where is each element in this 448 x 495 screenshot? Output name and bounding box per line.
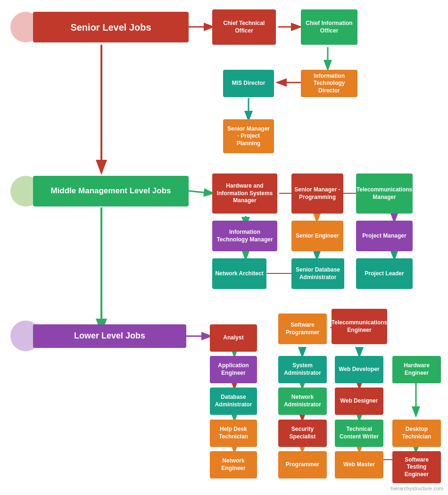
middle-level-label: Middle Management Level Jobs xyxy=(33,176,189,206)
project-manager-node: Project Manager xyxy=(356,221,413,251)
hw-is-manager-node: Hardware and Information Systems Manager xyxy=(212,173,277,214)
it-manager-node: Information Technology Manager xyxy=(212,221,277,251)
network-engineer-node: Network Engineer xyxy=(210,451,257,478)
hardware-engineer-node: Hardware Engineer xyxy=(392,356,441,383)
software-testing-engineer-node: Software Testing Engineer xyxy=(392,451,441,483)
lower-level-label: Lower Level Jobs xyxy=(33,324,186,348)
tech-content-writer-node: Technical Content Writer xyxy=(335,420,383,447)
network-admin-node: Network Administrator xyxy=(278,388,327,415)
network-architect-node: Network Architect xyxy=(212,258,266,289)
telecom-manager-node: Telecommunications Manager xyxy=(356,173,413,214)
senior-db-admin-node: Senior Database Administrator xyxy=(291,258,344,289)
web-designer-node: Web Designer xyxy=(335,388,383,415)
application-engineer-node: Application Engineer xyxy=(210,356,257,383)
help-desk-node: Help Desk Technician xyxy=(210,420,257,447)
cio-node: Chief Information Officer xyxy=(301,9,357,45)
chart-container: Senior Level Jobs Middle Management Leve… xyxy=(0,0,448,495)
telecom-engineer-node: Telecommunications Engineer xyxy=(332,309,387,344)
system-admin-node: System Administrator xyxy=(278,356,327,383)
svg-line-6 xyxy=(189,191,212,193)
web-master-node: Web Master xyxy=(335,451,383,478)
senior-mgr-pp-node: Senior Manager - Project Planning xyxy=(223,119,274,153)
security-specialist-node: Security Specialist xyxy=(278,420,327,447)
database-admin-node: Database Administrator xyxy=(210,388,257,415)
software-programmer-node: Software Programmer xyxy=(278,314,327,344)
it-director-node: Information Technology Director xyxy=(301,70,357,97)
senior-mgr-prog-node: Senior Manager - Programming xyxy=(291,173,343,214)
desktop-technician-node: Desktop Technician xyxy=(392,420,441,447)
programmer-node: Programmer xyxy=(278,451,327,478)
web-developer-node: Web Developer xyxy=(335,356,383,383)
mis-director-node: MIS Director xyxy=(223,70,274,97)
watermark: hierarchystructure.com xyxy=(390,486,443,491)
project-leader-node: Project Leader xyxy=(356,258,413,289)
senior-engineer-node: Senior Engineer xyxy=(291,221,343,251)
analyst-node: Analyst xyxy=(210,324,257,352)
cto-node: Chief Technical Officer xyxy=(212,9,276,45)
senior-level-label: Senior Level Jobs xyxy=(33,12,189,42)
